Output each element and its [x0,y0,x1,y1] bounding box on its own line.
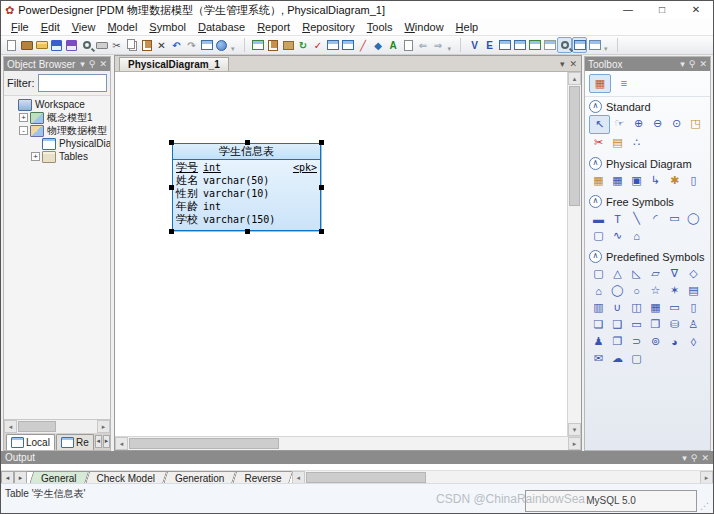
note-tool-icon[interactable]: ▤ [608,134,627,151]
section-header-predefined-symbols[interactable]: ∧Predefined Symbols [585,247,710,264]
minimize-button[interactable]: — [611,1,645,19]
sym-circle-lines-icon[interactable]: ⊚ [646,333,665,350]
sym-cube-2-icon[interactable]: ❒ [646,316,665,333]
collapse-icon[interactable]: ∧ [589,157,602,170]
zoom-out-tool-icon[interactable]: ⊖ [648,115,667,132]
table-symbol-button[interactable] [341,37,356,53]
toolbox-list-view[interactable]: ≡ [614,74,634,91]
scroll-right-icon[interactable]: ▸ [568,437,581,450]
link-tool-icon[interactable]: ∴ [627,134,646,151]
sym-stack-icon[interactable]: ❐ [608,333,627,350]
new-button[interactable] [4,37,19,53]
menu-help[interactable]: Help [450,20,485,34]
sym-folder-icon[interactable]: ▭ [665,299,684,316]
resize-grip[interactable]: ⋰ [700,501,709,511]
sym-star5-icon[interactable]: ☆ [646,282,665,299]
format-painter-button[interactable]: ◆ [371,37,386,53]
sym-parallelogram-icon[interactable]: ▱ [646,265,665,282]
pencil-button[interactable]: ╱ [356,37,371,53]
delete-button[interactable]: ✕ [154,37,169,53]
pin-icon[interactable]: ⚲ [691,453,698,463]
tree-workspace[interactable]: Workspace [4,98,110,111]
pin-icon[interactable]: ⚲ [89,59,96,69]
sym-envelope-icon[interactable]: ✉ [589,350,608,367]
maximize-button[interactable]: □ [645,1,679,19]
arc-tool-icon[interactable]: ◜ [646,210,665,227]
sym-diamond-icon[interactable]: ◇ [684,265,703,282]
section-header-free-symbols[interactable]: ∧Free Symbols [585,192,710,209]
paste-special-button[interactable] [266,37,281,53]
close-button[interactable]: ✕ [679,1,713,19]
grabber-tool-icon[interactable]: ☞ [610,115,629,132]
menu-symbol[interactable]: Symbol [143,20,192,34]
open-workspace-button[interactable] [19,37,34,53]
resize-handle[interactable] [319,185,324,190]
menu-repository[interactable]: Repository [296,20,361,34]
menu-file[interactable]: File [5,20,35,34]
resize-handle[interactable] [319,140,324,145]
scroll-up-icon[interactable]: ▴ [568,72,581,85]
panel-close-icon[interactable]: ✕ [99,59,107,69]
package-button[interactable] [281,37,296,53]
page-flip-button[interactable] [401,37,416,53]
tab-menu-icon[interactable]: ▾ [560,59,565,69]
toolbox-grid-view[interactable]: ▦ [589,74,611,93]
collapse-icon[interactable]: ∧ [589,250,602,263]
expand-icon[interactable]: + [31,152,40,161]
sym-cube-icon[interactable]: ❑ [608,316,627,333]
resize-handle[interactable] [169,140,174,145]
section-header-standard[interactable]: ∧Standard [585,97,710,114]
redo-button[interactable]: ↷ [184,37,199,53]
ellipse-tool-icon[interactable]: ◯ [684,210,703,227]
save-button[interactable] [49,37,64,53]
sym-trapezoid-icon[interactable]: ∇ [665,265,684,282]
sym-person-dark-icon[interactable]: ♟ [589,333,608,350]
delete-tool-icon[interactable]: ✂ [589,134,608,151]
table-tool-icon[interactable]: ▦ [608,172,627,189]
undo-button[interactable]: ↶ [169,37,184,53]
generate-database-button[interactable] [251,37,266,53]
menu-tools[interactable]: Tools [361,20,399,34]
polyline-tool-icon[interactable]: ∿ [608,227,627,244]
filter-input[interactable] [38,74,108,92]
resize-handle[interactable] [319,229,324,234]
line-tool-icon[interactable]: ╲ [627,210,646,227]
sym-person-circle-icon[interactable]: ◕ [665,333,684,350]
package-tool-icon[interactable]: ▦ [589,172,608,189]
view-v-button[interactable]: V [467,37,482,53]
entity-column-row[interactable]: 姓名varchar(50) [176,174,317,187]
tab-next-icon[interactable]: ▸ [103,435,110,448]
file-tool-icon[interactable]: ▯ [684,172,703,189]
resize-handle[interactable] [169,229,174,234]
object-browser-hscrollbar[interactable]: ◂ ▸ [4,419,110,433]
sym-rect-3d-icon[interactable]: ▥ [589,299,608,316]
entity-column-row[interactable]: 年龄int [176,200,317,213]
sym-circle-icon[interactable]: ○ [627,282,646,299]
menu-database[interactable]: Database [192,20,251,34]
sym-cylinder-icon[interactable]: ⛁ [665,316,684,333]
copy-button[interactable] [124,37,139,53]
sym-rectangle-icon[interactable]: ▭ [627,316,646,333]
sym-window-v-icon[interactable]: ◫ [627,299,646,316]
collapse-icon[interactable]: - [19,126,28,135]
save-all-button[interactable] [64,37,79,53]
text-tool-icon[interactable]: T [608,210,627,227]
tab-prev-icon[interactable]: ◂ [95,435,102,448]
panel-menu-icon[interactable]: ▾ [80,59,85,69]
entity-column-row[interactable]: 性别varchar(10) [176,187,317,200]
table-entity[interactable]: 学生信息表 学号int<pk>姓名varchar(50)性别varchar(10… [172,143,321,231]
sym-pointer-shape-icon[interactable]: ⊃ [627,333,646,350]
back-button[interactable]: ⇐ [416,37,431,53]
sym-triangle-icon[interactable]: △ [608,265,627,282]
internet-button[interactable] [214,37,229,53]
rounded-rect-3d-tool-icon[interactable]: ▬ [589,210,608,227]
panel-close-icon[interactable]: ✕ [701,453,709,463]
panel-menu-icon[interactable]: ▾ [682,453,687,463]
forward-button[interactable]: ⇒ [431,37,446,53]
tab-close-icon[interactable]: ✕ [569,59,577,69]
open-diagram-tool-icon[interactable]: ◳ [686,115,705,132]
resize-handle[interactable] [169,185,174,190]
font-color-button[interactable]: A [386,37,401,53]
grid-window-button[interactable] [587,37,602,53]
new-window-button[interactable] [326,37,341,53]
